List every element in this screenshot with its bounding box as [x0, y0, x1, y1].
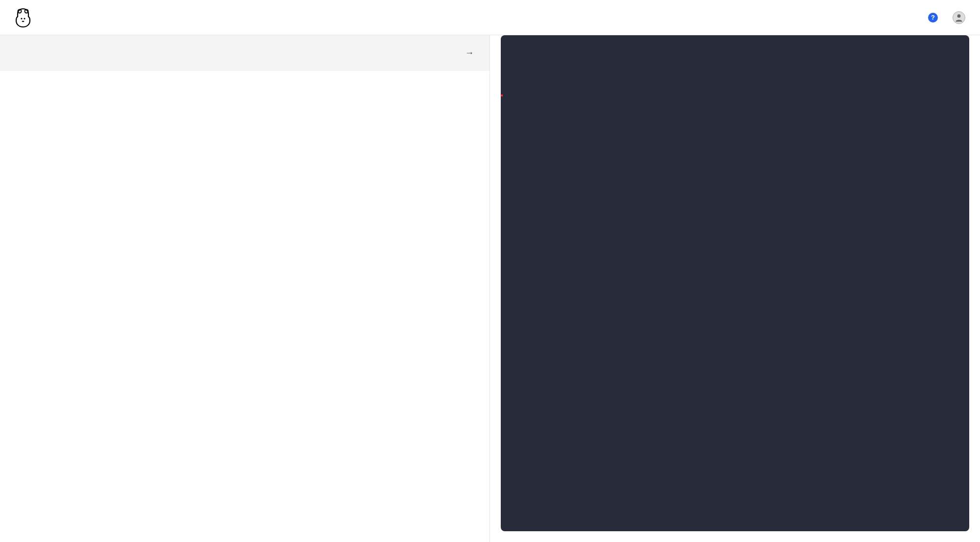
- help-button[interactable]: ?: [928, 13, 942, 23]
- left-pane: →: [0, 35, 490, 542]
- help-icon: ?: [928, 13, 938, 23]
- right-pane: [490, 35, 980, 542]
- topbar: ?: [0, 0, 980, 35]
- main: →: [0, 35, 980, 542]
- svg-point-4: [957, 14, 961, 18]
- log-entry-header[interactable]: →: [0, 35, 490, 71]
- topbar-left: [15, 8, 92, 27]
- svg-point-2: [21, 18, 22, 19]
- highlight-box: [501, 94, 503, 96]
- topbar-right: ?: [928, 11, 965, 24]
- log-entry-sub: [0, 71, 490, 102]
- arrow-right-icon: →: [465, 48, 474, 58]
- log-entry-time: →: [463, 48, 474, 58]
- code-block[interactable]: [501, 35, 969, 531]
- logo-icon[interactable]: [15, 8, 31, 27]
- svg-point-3: [24, 18, 25, 19]
- avatar[interactable]: [953, 11, 965, 24]
